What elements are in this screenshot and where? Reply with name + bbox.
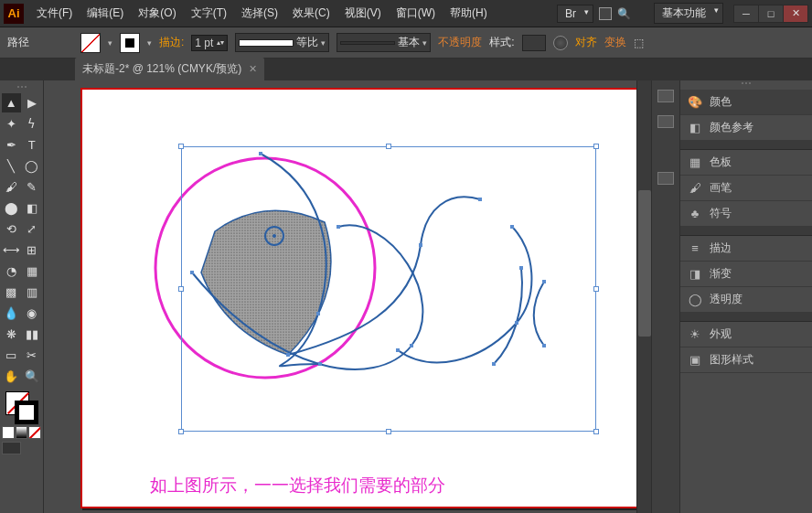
panel-gradient[interactable]: ◨渐变 (680, 262, 812, 287)
bridge-button[interactable]: Br (557, 5, 593, 23)
screen-mode[interactable] (2, 442, 21, 454)
transform-label[interactable]: 变换 (604, 35, 626, 50)
zoom-tool[interactable]: 🔍 (23, 367, 42, 386)
menu-help[interactable]: 帮助(H) (444, 3, 493, 24)
align-label[interactable]: 对齐 (575, 35, 597, 50)
artboard: 如上图所示，一一选择我们需要的部分 (80, 88, 651, 508)
stroke-label[interactable]: 描边: (159, 35, 184, 50)
free-transform-tool[interactable]: ⊞ (23, 240, 42, 260)
style-label: 样式: (489, 35, 514, 50)
graphic-styles-icon: ▣ (688, 353, 702, 368)
app-logo: Ai (4, 4, 24, 24)
panel-column: 🎨颜色 ◧颜色参考 ▦色板 🖌画笔 ♣符号 ≡描边 ◨渐变 ◯透明度 ☀外观 ▣… (680, 80, 812, 513)
scrollbar-thumb[interactable] (638, 190, 651, 337)
brush-def[interactable]: 基本▾ (337, 33, 431, 52)
dock-icon-2[interactable] (657, 115, 674, 128)
tab-close-icon[interactable]: ✕ (249, 63, 257, 75)
dock-icon-1[interactable] (657, 90, 674, 102)
stroke-icon: ≡ (688, 241, 702, 256)
stroke-dropdown-icon[interactable]: ▾ (147, 38, 152, 48)
vertical-scrollbar[interactable] (636, 80, 651, 513)
magic-wand-tool[interactable]: ✦ (2, 114, 21, 134)
isolate-icon[interactable]: ⬚ (634, 37, 646, 49)
var-width-profile[interactable]: 等比▾ (235, 33, 329, 52)
swatches-icon: ▦ (688, 155, 702, 170)
gradient-mode[interactable] (16, 426, 28, 439)
fill-dropdown-icon[interactable]: ▾ (108, 38, 112, 48)
panel-color[interactable]: 🎨颜色 (680, 90, 812, 115)
stroke-weight-input[interactable]: 1 pt▴▾ (191, 35, 228, 51)
style-dropdown[interactable] (522, 35, 546, 51)
panel-appearance[interactable]: ☀外观 (680, 322, 812, 347)
type-tool[interactable]: T (23, 135, 42, 155)
instruction-caption: 如上图所示，一一选择我们需要的部分 (150, 474, 445, 497)
pencil-tool[interactable]: ✎ (23, 177, 42, 197)
document-tab[interactable]: 未标题-2* @ 121% (CMYK/预览) ✕ (75, 58, 264, 80)
toolbox: ▲▶ ✦ϟ ✒T ╲◯ 🖌✎ ⬤◧ ⟲⤢ ⟷⊞ ◔▦ ▩▥ 💧◉ ❋▮▮ ▭✂ … (0, 80, 44, 513)
workspace-dropdown[interactable]: 基本功能 (654, 3, 723, 24)
panel-color-guide[interactable]: ◧颜色参考 (680, 115, 812, 141)
eyedropper-tool[interactable]: 💧 (2, 304, 21, 323)
transparency-icon: ◯ (688, 293, 702, 307)
panel-graphic-styles[interactable]: ▣图形样式 (680, 347, 812, 373)
selection-bounding-box[interactable] (181, 146, 596, 432)
shape-builder-tool[interactable]: ◔ (2, 262, 21, 281)
line-tool[interactable]: ╲ (2, 156, 21, 176)
eraser-tool[interactable]: ◧ (23, 198, 42, 218)
dock-icon-3[interactable] (657, 172, 674, 185)
slice-tool[interactable]: ✂ (23, 346, 42, 365)
layout-icon[interactable] (599, 7, 612, 20)
recolor-icon[interactable] (553, 36, 568, 50)
search-icon[interactable]: 🔍 (617, 7, 630, 20)
main-menu: 文件(F) 编辑(E) 对象(O) 文字(T) 选择(S) 效果(C) 视图(V… (31, 3, 557, 24)
gradient-tool[interactable]: ▥ (23, 283, 42, 302)
document-tab-bar: 未标题-2* @ 121% (CMYK/预览) ✕ (0, 59, 812, 80)
selection-type-label: 路径 (7, 35, 29, 50)
appearance-icon: ☀ (688, 327, 702, 342)
menu-window[interactable]: 窗口(W) (390, 3, 441, 24)
stroke-swatch[interactable] (120, 33, 140, 53)
hand-tool[interactable]: ✋ (2, 367, 21, 386)
opacity-label[interactable]: 不透明度 (438, 35, 482, 50)
color-mode[interactable] (2, 426, 15, 439)
close-button[interactable]: ✕ (783, 5, 808, 23)
blob-brush-tool[interactable]: ⬤ (2, 198, 21, 218)
panel-stroke[interactable]: ≡描边 (680, 236, 812, 262)
panel-symbols[interactable]: ♣符号 (680, 201, 812, 227)
menu-type[interactable]: 文字(T) (186, 3, 232, 24)
none-mode[interactable] (28, 426, 41, 439)
rotate-tool[interactable]: ⟲ (2, 219, 21, 239)
gradient-icon: ◨ (688, 267, 702, 282)
symbols-icon: ♣ (688, 207, 702, 221)
perspective-tool[interactable]: ▦ (23, 262, 42, 281)
lasso-tool[interactable]: ϟ (23, 114, 42, 134)
graph-tool[interactable]: ▮▮ (23, 325, 42, 344)
fill-swatch[interactable] (80, 33, 101, 53)
selection-tool[interactable]: ▲ (2, 93, 21, 112)
menu-view[interactable]: 视图(V) (339, 3, 387, 24)
panel-transparency[interactable]: ◯透明度 (680, 287, 812, 313)
direct-selection-tool[interactable]: ▶ (23, 93, 42, 112)
menu-edit[interactable]: 编辑(E) (81, 3, 129, 24)
rectangle-tool[interactable]: ◯ (23, 156, 42, 176)
minimize-button[interactable]: ─ (733, 5, 759, 23)
menu-file[interactable]: 文件(F) (31, 3, 78, 24)
artboard-tool[interactable]: ▭ (2, 346, 21, 365)
mesh-tool[interactable]: ▩ (2, 283, 21, 302)
menu-select[interactable]: 选择(S) (236, 3, 283, 24)
symbol-sprayer-tool[interactable]: ❋ (2, 325, 21, 344)
panel-brushes[interactable]: 🖌画笔 (680, 176, 812, 201)
panel-swatches[interactable]: ▦色板 (680, 150, 812, 176)
maximize-button[interactable]: □ (758, 5, 784, 23)
paintbrush-tool[interactable]: 🖌 (2, 177, 21, 197)
menu-object[interactable]: 对象(O) (133, 3, 181, 24)
width-tool[interactable]: ⟷ (2, 240, 21, 260)
fill-stroke-indicator[interactable] (2, 391, 41, 424)
menu-effect[interactable]: 效果(C) (287, 3, 336, 24)
blend-tool[interactable]: ◉ (23, 304, 42, 323)
canvas-area[interactable]: 如上图所示，一一选择我们需要的部分 (44, 80, 651, 513)
pen-tool[interactable]: ✒ (2, 135, 21, 155)
titlebar: Ai 文件(F) 编辑(E) 对象(O) 文字(T) 选择(S) 效果(C) 视… (0, 0, 812, 27)
scale-tool[interactable]: ⤢ (23, 219, 42, 239)
document-tab-title: 未标题-2* @ 121% (CMYK/预览) (82, 61, 241, 77)
